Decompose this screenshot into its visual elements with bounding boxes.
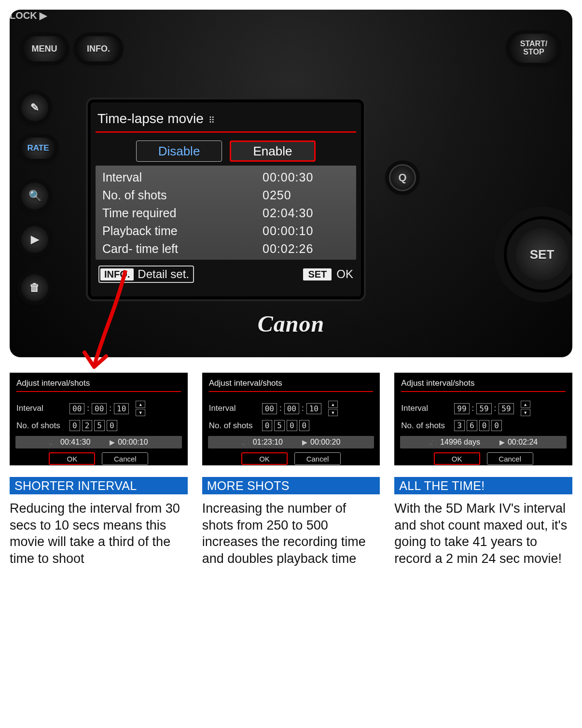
ok-button[interactable]: OK — [434, 452, 480, 465]
mini-row-shots: No. of shots 0 2 5 0 — [16, 420, 181, 431]
mini-screen: Adjust interval/shots Interval 00: 00: 1… — [10, 373, 188, 465]
rec-time: 14996 days — [440, 438, 480, 446]
shots-digits[interactable]: 0 2 5 0 — [69, 420, 117, 431]
mini-summary-bar: 🎥00:41:30 ▶00:00:10 — [15, 436, 182, 448]
mini-screen: Adjust interval/shots Interval 99: 59: 5… — [394, 373, 572, 465]
set-label: OK — [336, 267, 353, 281]
label: Time required — [102, 206, 263, 220]
divider — [96, 131, 356, 133]
down-icon[interactable]: ▼ — [328, 409, 338, 416]
stepper[interactable]: ▲ ▼ — [136, 401, 145, 416]
caption-text: Increasing the number of shots from 250 … — [202, 500, 380, 567]
mini-screen: Adjust interval/shots Interval 00: 00: 1… — [202, 373, 380, 465]
interval-digits[interactable]: 99: 59: 59 — [454, 403, 513, 414]
info-label: Detail set. — [138, 267, 189, 281]
mini-summary-bar: 🎥01:23:10 ▶00:00:20 — [208, 436, 374, 448]
magnify-button[interactable]: 🔍 — [21, 182, 48, 210]
play-time: 00:02:24 — [508, 438, 538, 446]
set-button[interactable]: SET — [515, 228, 568, 281]
down-icon[interactable]: ▼ — [521, 409, 530, 416]
cancel-button[interactable]: Cancel — [487, 452, 533, 465]
start-label-1: START/ — [520, 40, 548, 48]
info-button[interactable]: INFO. — [77, 36, 120, 61]
caption-chip: MORE SHOTS — [202, 477, 380, 494]
start-label-2: STOP — [520, 48, 548, 56]
mini-title: Adjust interval/shots — [401, 378, 566, 388]
stepper[interactable]: ▲ ▼ — [521, 401, 530, 416]
shots-digits[interactable]: 3 6 0 0 — [454, 420, 502, 431]
rec-time: 00:41:30 — [60, 438, 90, 446]
q-button[interactable]: Q — [389, 164, 416, 191]
lock-switch-label: LOCK ▶ — [10, 10, 572, 21]
edit-button[interactable]: ✎ — [21, 94, 48, 121]
label: Card- time left — [102, 242, 263, 256]
ok-button[interactable]: OK — [49, 452, 95, 465]
mini-row-shots: No. of shots 0 5 0 0 — [209, 420, 374, 431]
mini-row-interval: Interval 00: 00: 10 ▲ ▼ — [209, 401, 374, 416]
mini-row-interval: Interval 99: 59: 59 ▲ ▼ — [401, 401, 566, 416]
value: 02:04:30 — [263, 206, 349, 220]
label: No. of shots — [102, 188, 263, 202]
interval-digits[interactable]: 00: 00: 10 — [262, 403, 321, 414]
play-icon: ▶ — [499, 438, 505, 446]
settings-list: Interval 00:00:30 No. of shots 0250 Time… — [96, 166, 356, 260]
interval-digits[interactable]: 00: 00: 10 — [69, 403, 129, 414]
play-icon: ▶ — [110, 438, 115, 446]
caption-text: With the 5D Mark IV's interval and shot … — [394, 500, 572, 567]
enable-toggle: Disable Enable — [96, 140, 356, 162]
row-shots: No. of shots 0250 — [99, 186, 352, 204]
caption-chip: SHORTER INTERVAL — [10, 477, 188, 494]
info-detail-set[interactable]: INFO. Detail set. — [98, 266, 194, 283]
mini-row-interval: Interval 00: 00: 10 ▲ ▼ — [16, 401, 181, 416]
menu-button[interactable]: MENU — [23, 36, 66, 61]
example-more-shots: Adjust interval/shots Interval 00: 00: 1… — [202, 373, 380, 567]
cancel-button[interactable]: Cancel — [102, 452, 148, 465]
thumbnail-row: Adjust interval/shots Interval 00: 00: 1… — [10, 373, 572, 567]
label: No. of shots — [209, 421, 262, 431]
set-ok[interactable]: SET OK — [303, 267, 353, 281]
set-tag: SET — [303, 268, 332, 280]
timelapse-icon: ⠿ — [208, 115, 215, 125]
caption-chip: ALL THE TIME! — [394, 477, 572, 494]
camera-body: MENU INFO. START/ STOP ✎ RATE 🔍 ▶ 🗑 Q SE… — [10, 10, 572, 357]
stepper[interactable]: ▲ ▼ — [328, 401, 338, 416]
down-icon[interactable]: ▼ — [136, 409, 145, 416]
mini-buttons: OK Cancel — [401, 452, 566, 465]
rate-button[interactable]: RATE — [21, 138, 55, 159]
label: Interval — [102, 170, 263, 184]
movie-icon: 🎥 — [49, 438, 57, 446]
divider — [16, 391, 181, 392]
playback-button[interactable]: ▶ — [21, 226, 48, 253]
mini-buttons: OK Cancel — [16, 452, 181, 465]
value: 00:00:30 — [263, 170, 349, 184]
play-time: 00:00:10 — [118, 438, 148, 446]
screen-title: Time-lapse movie ⠿ — [96, 111, 356, 131]
cancel-button[interactable]: Cancel — [294, 452, 341, 465]
label: No. of shots — [16, 421, 69, 431]
movie-icon: 🎥 — [429, 438, 437, 446]
label: Interval — [209, 404, 262, 413]
value: 00:02:26 — [263, 242, 349, 256]
rec-time: 01:23:10 — [253, 438, 283, 446]
mini-title: Adjust interval/shots — [16, 378, 181, 388]
mini-row-shots: No. of shots 3 6 0 0 — [401, 420, 566, 431]
start-stop-button[interactable]: START/ STOP — [510, 34, 558, 63]
info-tag: INFO. — [100, 268, 134, 280]
divider — [401, 391, 566, 392]
ok-button[interactable]: OK — [241, 452, 288, 465]
label: Interval — [16, 404, 69, 413]
example-shorter-interval: Adjust interval/shots Interval 00: 00: 1… — [10, 373, 188, 567]
row-playback-time: Playback time 00:00:10 — [99, 222, 352, 240]
lcd-screen: Time-lapse movie ⠿ Disable Enable Interv… — [91, 102, 361, 296]
shots-digits[interactable]: 0 5 0 0 — [262, 420, 310, 431]
up-icon[interactable]: ▲ — [136, 401, 145, 408]
movie-icon: 🎥 — [242, 438, 250, 446]
screen-footer: INFO. Detail set. SET OK — [96, 266, 356, 283]
up-icon[interactable]: ▲ — [521, 401, 530, 408]
trash-button[interactable]: 🗑 — [21, 274, 48, 301]
example-all-the-time: Adjust interval/shots Interval 99: 59: 5… — [394, 373, 572, 567]
option-enable[interactable]: Enable — [230, 140, 316, 162]
up-icon[interactable]: ▲ — [328, 401, 338, 408]
mini-summary-bar: 🎥14996 days ▶00:02:24 — [400, 436, 567, 448]
option-disable[interactable]: Disable — [136, 140, 222, 162]
